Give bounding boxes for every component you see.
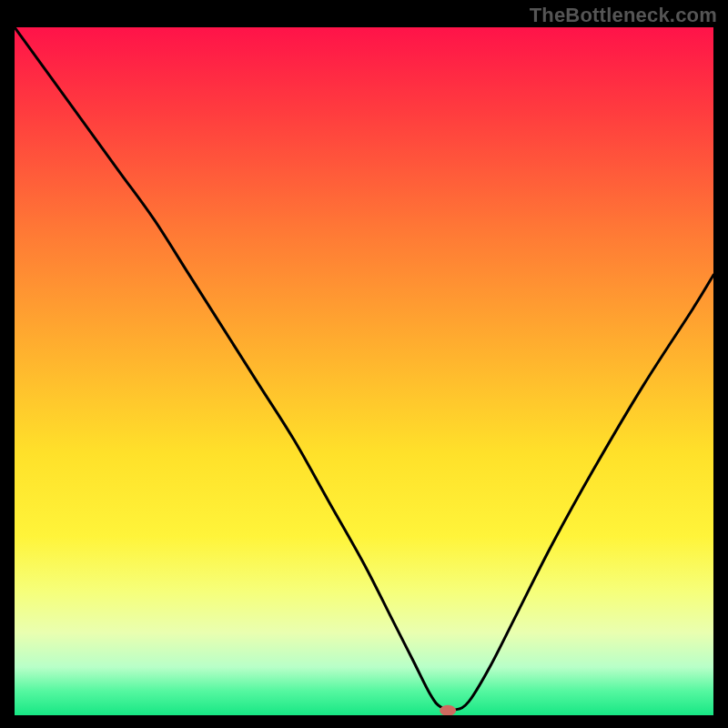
chart-svg: [15, 27, 713, 715]
gradient-background: [15, 27, 713, 715]
chart-frame: TheBottleneck.com: [0, 0, 728, 728]
watermark-label: TheBottleneck.com: [530, 4, 717, 27]
plot-area: [15, 27, 713, 715]
